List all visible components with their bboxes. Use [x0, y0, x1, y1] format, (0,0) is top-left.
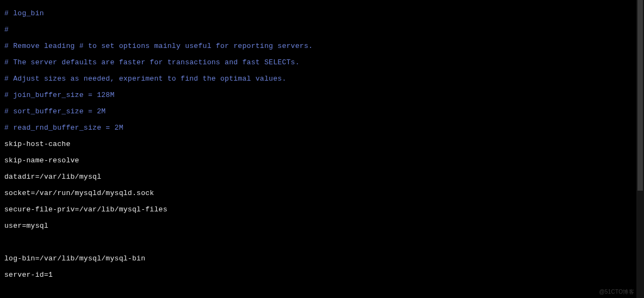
scrollbar-thumb[interactable] [637, 0, 643, 191]
config-value: skip-name-resolve [4, 156, 636, 165]
config-comment: # read_rnd_buffer_size = 2M [4, 124, 636, 132]
config-value: user=mysql [4, 222, 636, 230]
scrollbar-track[interactable] [636, 0, 644, 298]
config-value: server-id=1 [4, 271, 636, 279]
config-value: socket=/var/run/mysqld/mysqld.sock [4, 189, 636, 197]
config-comment: # [4, 26, 636, 34]
blank-line [4, 238, 636, 246]
config-value: skip-host-cache [4, 140, 636, 148]
config-value: log-bin=/var/lib/mysql/mysql-bin [4, 254, 636, 263]
config-value: datadir=/var/lib/mysql [4, 173, 636, 181]
config-value: secure-file-priv=/var/lib/mysql-files [4, 205, 636, 214]
config-comment: # sort_buffer_size = 2M [4, 107, 636, 115]
terminal-viewport[interactable]: # log_bin # # Remove leading # to set op… [0, 0, 636, 298]
config-comment: # log_bin [4, 9, 636, 17]
config-comment: # join_buffer_size = 128M [4, 91, 636, 99]
config-comment: # Remove leading # to set options mainly… [4, 42, 636, 50]
config-comment: # Adjust sizes as needed, experiment to … [4, 75, 636, 83]
watermark: @51CTO博客 [599, 288, 634, 296]
blank-line [4, 287, 636, 295]
config-comment: # The server defaults are faster for tra… [4, 58, 636, 66]
